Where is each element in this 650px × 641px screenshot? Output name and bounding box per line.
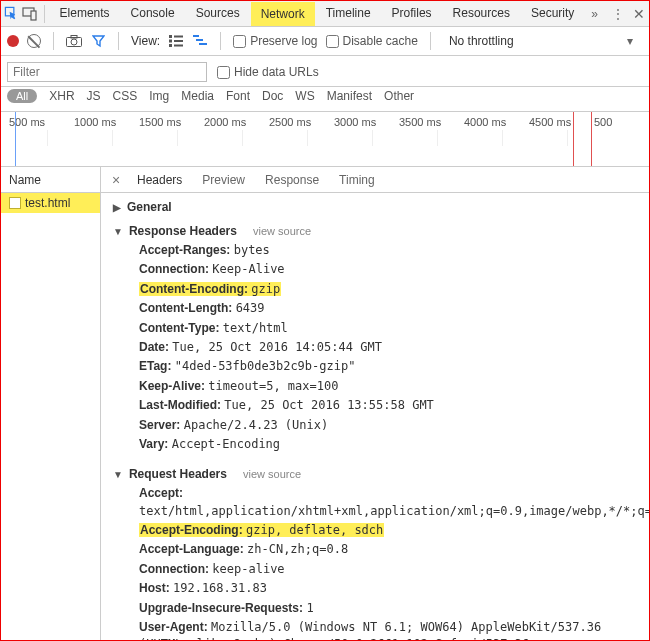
detail-close-icon[interactable]: × — [105, 172, 127, 188]
detail-tabbar: × Headers Preview Response Timing — [101, 167, 649, 193]
device-toggle-icon[interactable] — [21, 2, 38, 26]
detail-tab-timing[interactable]: Timing — [329, 168, 385, 192]
preserve-log-label: Preserve log — [250, 34, 317, 48]
header-row: ETag: "4ded-53fb0de3b2c9b-gzip" — [139, 357, 641, 376]
response-headers-list: Accept-Ranges: bytesConnection: Keep-Ali… — [113, 241, 649, 460]
section-title: General — [127, 200, 172, 214]
disable-cache-label: Disable cache — [343, 34, 418, 48]
cat-manifest[interactable]: Manifest — [327, 89, 372, 103]
detail-tab-response[interactable]: Response — [255, 168, 329, 192]
tab-resources[interactable]: Resources — [443, 1, 520, 27]
tab-elements[interactable]: Elements — [50, 1, 120, 27]
view-list-icon[interactable] — [168, 33, 184, 49]
close-icon[interactable]: ✕ — [631, 6, 647, 22]
marker-domcontentloaded — [15, 112, 16, 166]
disable-cache-checkbox[interactable]: Disable cache — [326, 34, 418, 48]
section-title: Response Headers — [129, 224, 237, 238]
tab-timeline[interactable]: Timeline — [316, 1, 381, 27]
svg-rect-10 — [174, 40, 183, 42]
tab-security[interactable]: Security — [521, 1, 584, 27]
svg-rect-5 — [71, 36, 77, 39]
svg-rect-12 — [193, 35, 199, 37]
name-column-header[interactable]: Name — [1, 167, 100, 193]
cat-other[interactable]: Other — [384, 89, 414, 103]
section-response-headers: ▼ Response Headers view source Accept-Ra… — [101, 217, 649, 460]
record-icon[interactable] — [7, 35, 19, 47]
svg-rect-6 — [169, 35, 172, 38]
disclosure-icon: ▼ — [113, 469, 123, 480]
disclosure-icon: ▼ — [113, 226, 123, 237]
filter-bar: Hide data URLs — [1, 56, 649, 87]
detail-tab-headers[interactable]: Headers — [127, 168, 192, 192]
timeline-ruler[interactable]: 500 ms 1000 ms 1500 ms 2000 ms 2500 ms 3… — [1, 112, 649, 167]
request-headers-list: Accept: text/html,application/xhtml+xml,… — [113, 484, 649, 640]
cat-ws[interactable]: WS — [295, 89, 314, 103]
cat-font[interactable]: Font — [226, 89, 250, 103]
hide-data-urls-checkbox[interactable]: Hide data URLs — [217, 65, 319, 79]
divider — [430, 32, 431, 50]
filter-input[interactable] — [7, 62, 207, 82]
tick: 1000 ms — [74, 116, 139, 130]
hide-data-urls-label: Hide data URLs — [234, 65, 319, 79]
toolbar-caret-icon[interactable]: ▾ — [627, 34, 643, 48]
clear-icon[interactable] — [27, 34, 41, 48]
cat-xhr[interactable]: XHR — [49, 89, 74, 103]
disclosure-icon: ▶ — [113, 202, 121, 213]
divider — [44, 5, 45, 23]
section-title: Request Headers — [129, 467, 227, 481]
header-row: Server: Apache/2.4.23 (Unix) — [139, 416, 641, 435]
cat-all[interactable]: All — [7, 89, 37, 103]
svg-rect-11 — [174, 45, 183, 47]
section-request-headers: ▼ Request Headers view source Accept: te… — [101, 460, 649, 640]
header-row: Connection: keep-alive — [139, 560, 641, 579]
section-toggle[interactable]: ▼ Response Headers view source — [113, 221, 649, 241]
tab-network[interactable]: Network — [251, 2, 315, 26]
divider — [220, 32, 221, 50]
detail-tab-preview[interactable]: Preview — [192, 168, 255, 192]
divider — [53, 32, 54, 50]
tick: 3000 ms — [334, 116, 399, 130]
header-row: Connection: Keep-Alive — [139, 260, 641, 279]
cat-js[interactable]: JS — [87, 89, 101, 103]
cat-media[interactable]: Media — [181, 89, 214, 103]
header-row: Last-Modified: Tue, 25 Oct 2016 13:55:58… — [139, 396, 641, 415]
menu-icon[interactable]: ⋮ — [606, 7, 630, 21]
tick: 2000 ms — [204, 116, 269, 130]
svg-rect-7 — [169, 40, 172, 43]
tick: 500 — [594, 116, 650, 130]
marker-load — [591, 112, 592, 166]
view-source-link[interactable]: view source — [243, 468, 301, 480]
cat-doc[interactable]: Doc — [262, 89, 283, 103]
svg-rect-8 — [169, 44, 172, 47]
filter-icon[interactable] — [90, 33, 106, 49]
header-row: Accept-Encoding: gzip, deflate, sdch — [139, 521, 641, 540]
divider — [118, 32, 119, 50]
tab-console[interactable]: Console — [121, 1, 185, 27]
header-row: Content-Type: text/html — [139, 319, 641, 338]
header-row: Accept-Language: zh-CN,zh;q=0.8 — [139, 540, 641, 559]
svg-rect-9 — [174, 36, 183, 38]
request-row-test-html[interactable]: test.html — [1, 193, 100, 213]
view-waterfall-icon[interactable] — [192, 33, 208, 49]
cat-img[interactable]: Img — [149, 89, 169, 103]
tab-sources[interactable]: Sources — [186, 1, 250, 27]
header-row: Keep-Alive: timeout=5, max=100 — [139, 377, 641, 396]
throttling-select[interactable]: No throttling — [449, 34, 514, 48]
section-toggle[interactable]: ▼ Request Headers view source — [113, 464, 649, 484]
header-row: Upgrade-Insecure-Requests: 1 — [139, 599, 641, 618]
devtools-tabbar: Elements Console Sources Network Timelin… — [1, 1, 649, 27]
header-row: User-Agent: Mozilla/5.0 (Windows NT 6.1;… — [139, 618, 641, 640]
svg-point-4 — [71, 39, 77, 45]
svg-rect-14 — [199, 43, 207, 45]
header-row: Vary: Accept-Encoding — [139, 435, 641, 454]
svg-rect-2 — [31, 11, 36, 20]
preserve-log-checkbox[interactable]: Preserve log — [233, 34, 317, 48]
cat-css[interactable]: CSS — [113, 89, 138, 103]
screenshot-icon[interactable] — [66, 33, 82, 49]
view-source-link[interactable]: view source — [253, 225, 311, 237]
tab-profiles[interactable]: Profiles — [382, 1, 442, 27]
marker-load — [573, 112, 574, 166]
more-tabs-icon[interactable]: » — [585, 7, 604, 21]
inspect-icon[interactable] — [3, 2, 20, 26]
section-general[interactable]: ▶General — [101, 193, 649, 217]
